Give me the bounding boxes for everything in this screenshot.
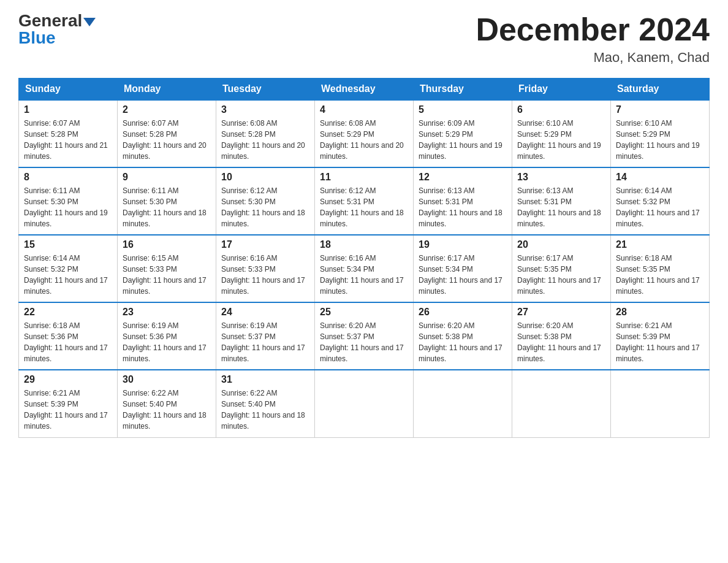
day-info: Sunrise: 6:07 AM Sunset: 5:28 PM Dayligh… [24,118,112,162]
day-info: Sunrise: 6:20 AM Sunset: 5:37 PM Dayligh… [320,320,408,364]
day-number: 29 [24,374,112,385]
day-info: Sunrise: 6:11 AM Sunset: 5:30 PM Dayligh… [123,185,211,229]
day-number: 10 [221,172,309,183]
day-number: 6 [517,104,605,115]
logo-arrow-icon [83,18,96,26]
day-info: Sunrise: 6:16 AM Sunset: 5:33 PM Dayligh… [221,253,309,297]
logo-blue-text: Blue [18,29,56,47]
calendar-cell: 4 Sunrise: 6:08 AM Sunset: 5:29 PM Dayli… [315,100,414,167]
calendar-cell: 10 Sunrise: 6:12 AM Sunset: 5:30 PM Dayl… [216,167,315,235]
day-info: Sunrise: 6:09 AM Sunset: 5:29 PM Dayligh… [419,118,507,162]
day-number: 27 [517,307,605,318]
title-block: December 2024 Mao, Kanem, Chad [476,12,710,66]
day-number: 21 [616,239,704,250]
calendar-cell: 30 Sunrise: 6:22 AM Sunset: 5:40 PM Dayl… [118,370,216,437]
day-info: Sunrise: 6:19 AM Sunset: 5:36 PM Dayligh… [123,320,211,364]
day-info: Sunrise: 6:07 AM Sunset: 5:28 PM Dayligh… [123,118,211,162]
day-number: 31 [221,374,309,385]
calendar-cell: 3 Sunrise: 6:08 AM Sunset: 5:28 PM Dayli… [216,100,315,167]
day-info: Sunrise: 6:18 AM Sunset: 5:36 PM Dayligh… [24,320,112,364]
day-info: Sunrise: 6:13 AM Sunset: 5:31 PM Dayligh… [517,185,605,229]
calendar-week-5: 29 Sunrise: 6:21 AM Sunset: 5:39 PM Dayl… [19,370,710,437]
day-number: 17 [221,239,309,250]
day-number: 22 [24,307,112,318]
day-number: 25 [320,307,408,318]
calendar-cell: 1 Sunrise: 6:07 AM Sunset: 5:28 PM Dayli… [19,100,118,167]
day-info: Sunrise: 6:19 AM Sunset: 5:37 PM Dayligh… [221,320,309,364]
calendar-cell: 26 Sunrise: 6:20 AM Sunset: 5:38 PM Dayl… [414,302,512,370]
col-sunday: Sunday [19,79,118,101]
calendar-cell: 31 Sunrise: 6:22 AM Sunset: 5:40 PM Dayl… [216,370,315,437]
day-number: 14 [616,172,704,183]
logo-general-text: General [18,12,96,29]
day-info: Sunrise: 6:21 AM Sunset: 5:39 PM Dayligh… [616,320,704,364]
calendar-cell: 15 Sunrise: 6:14 AM Sunset: 5:32 PM Dayl… [19,235,118,302]
calendar-cell [611,370,710,437]
calendar-cell: 17 Sunrise: 6:16 AM Sunset: 5:33 PM Dayl… [216,235,315,302]
day-number: 20 [517,239,605,250]
calendar-cell: 6 Sunrise: 6:10 AM Sunset: 5:29 PM Dayli… [512,100,611,167]
day-info: Sunrise: 6:12 AM Sunset: 5:30 PM Dayligh… [221,185,309,229]
day-info: Sunrise: 6:21 AM Sunset: 5:39 PM Dayligh… [24,388,112,432]
day-number: 19 [419,239,507,250]
calendar-week-2: 8 Sunrise: 6:11 AM Sunset: 5:30 PM Dayli… [19,167,710,235]
day-number: 28 [616,307,704,318]
day-number: 12 [419,172,507,183]
calendar-cell: 11 Sunrise: 6:12 AM Sunset: 5:31 PM Dayl… [315,167,414,235]
calendar-cell: 9 Sunrise: 6:11 AM Sunset: 5:30 PM Dayli… [118,167,216,235]
calendar-week-3: 15 Sunrise: 6:14 AM Sunset: 5:32 PM Dayl… [19,235,710,302]
day-info: Sunrise: 6:17 AM Sunset: 5:35 PM Dayligh… [517,253,605,297]
calendar-cell: 5 Sunrise: 6:09 AM Sunset: 5:29 PM Dayli… [414,100,512,167]
day-info: Sunrise: 6:18 AM Sunset: 5:35 PM Dayligh… [616,253,704,297]
day-number: 9 [123,172,211,183]
day-number: 1 [24,104,112,115]
day-info: Sunrise: 6:22 AM Sunset: 5:40 PM Dayligh… [221,388,309,432]
col-friday: Friday [512,79,611,101]
calendar-cell [414,370,512,437]
day-number: 3 [221,104,309,115]
day-number: 13 [517,172,605,183]
calendar-cell: 22 Sunrise: 6:18 AM Sunset: 5:36 PM Dayl… [19,302,118,370]
day-number: 30 [123,374,211,385]
calendar-cell: 16 Sunrise: 6:15 AM Sunset: 5:33 PM Dayl… [118,235,216,302]
day-number: 8 [24,172,112,183]
calendar-cell: 23 Sunrise: 6:19 AM Sunset: 5:36 PM Dayl… [118,302,216,370]
calendar-cell: 21 Sunrise: 6:18 AM Sunset: 5:35 PM Dayl… [611,235,710,302]
location-subtitle: Mao, Kanem, Chad [476,50,710,66]
calendar-table: Sunday Monday Tuesday Wednesday Thursday… [18,78,710,438]
calendar-cell: 18 Sunrise: 6:16 AM Sunset: 5:34 PM Dayl… [315,235,414,302]
day-number: 26 [419,307,507,318]
calendar-cell [512,370,611,437]
day-number: 24 [221,307,309,318]
day-number: 18 [320,239,408,250]
day-info: Sunrise: 6:20 AM Sunset: 5:38 PM Dayligh… [517,320,605,364]
calendar-cell: 2 Sunrise: 6:07 AM Sunset: 5:28 PM Dayli… [118,100,216,167]
day-number: 16 [123,239,211,250]
calendar-cell: 19 Sunrise: 6:17 AM Sunset: 5:34 PM Dayl… [414,235,512,302]
month-year-title: December 2024 [476,12,710,47]
calendar-cell: 12 Sunrise: 6:13 AM Sunset: 5:31 PM Dayl… [414,167,512,235]
day-info: Sunrise: 6:14 AM Sunset: 5:32 PM Dayligh… [24,253,112,297]
day-info: Sunrise: 6:13 AM Sunset: 5:31 PM Dayligh… [419,185,507,229]
calendar-cell: 28 Sunrise: 6:21 AM Sunset: 5:39 PM Dayl… [611,302,710,370]
calendar-cell: 20 Sunrise: 6:17 AM Sunset: 5:35 PM Dayl… [512,235,611,302]
col-wednesday: Wednesday [315,79,414,101]
col-thursday: Thursday [414,79,512,101]
calendar-cell: 7 Sunrise: 6:10 AM Sunset: 5:29 PM Dayli… [611,100,710,167]
day-info: Sunrise: 6:10 AM Sunset: 5:29 PM Dayligh… [616,118,704,162]
day-info: Sunrise: 6:14 AM Sunset: 5:32 PM Dayligh… [616,185,704,229]
day-info: Sunrise: 6:22 AM Sunset: 5:40 PM Dayligh… [123,388,211,432]
day-number: 11 [320,172,408,183]
day-info: Sunrise: 6:10 AM Sunset: 5:29 PM Dayligh… [517,118,605,162]
calendar-cell: 14 Sunrise: 6:14 AM Sunset: 5:32 PM Dayl… [611,167,710,235]
day-info: Sunrise: 6:11 AM Sunset: 5:30 PM Dayligh… [24,185,112,229]
col-monday: Monday [118,79,216,101]
calendar-cell: 8 Sunrise: 6:11 AM Sunset: 5:30 PM Dayli… [19,167,118,235]
calendar-cell: 24 Sunrise: 6:19 AM Sunset: 5:37 PM Dayl… [216,302,315,370]
day-info: Sunrise: 6:08 AM Sunset: 5:28 PM Dayligh… [221,118,309,162]
calendar-week-1: 1 Sunrise: 6:07 AM Sunset: 5:28 PM Dayli… [19,100,710,167]
day-info: Sunrise: 6:08 AM Sunset: 5:29 PM Dayligh… [320,118,408,162]
day-number: 7 [616,104,704,115]
day-info: Sunrise: 6:15 AM Sunset: 5:33 PM Dayligh… [123,253,211,297]
col-tuesday: Tuesday [216,79,315,101]
